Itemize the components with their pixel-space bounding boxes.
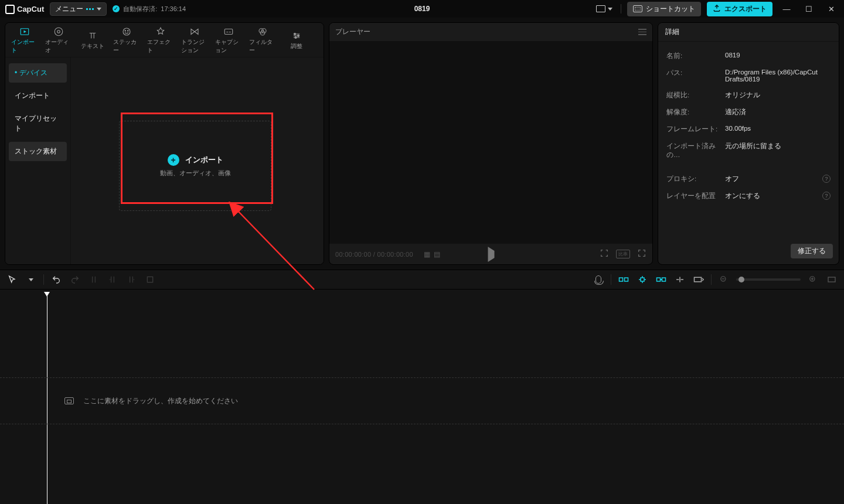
fullscreen-icon[interactable] bbox=[637, 248, 646, 260]
tab-label: エフェクト bbox=[147, 38, 174, 55]
svg-point-3 bbox=[57, 30, 60, 33]
tab-import[interactable]: インポート bbox=[8, 24, 42, 56]
shortcuts-button[interactable]: ショートカット bbox=[627, 2, 701, 16]
detail-value: D:/Program Files (x86)/CapCut Drafts/081… bbox=[725, 69, 831, 83]
tab-caption[interactable]: キャプション bbox=[212, 24, 246, 56]
window-maximize-button[interactable]: ☐ bbox=[801, 5, 817, 13]
ratio-indicator[interactable]: 比率 bbox=[616, 250, 630, 258]
shortcuts-label: ショートカット bbox=[646, 4, 695, 14]
player-time: 00:00:00:00 / 00:00:00:00 bbox=[335, 251, 413, 258]
split-tool[interactable] bbox=[87, 273, 100, 286]
chevron-down-icon bbox=[608, 8, 612, 11]
window-minimize-button[interactable]: — bbox=[778, 5, 795, 13]
snap-toggle-a[interactable] bbox=[617, 273, 630, 286]
project-title: 0819 bbox=[414, 5, 430, 13]
tab-effect[interactable]: エフェクト bbox=[144, 24, 178, 56]
help-icon[interactable]: ? bbox=[822, 175, 831, 183]
grid-a-icon[interactable]: ▦ bbox=[424, 250, 430, 258]
trim-right[interactable] bbox=[125, 273, 138, 286]
redo-button[interactable] bbox=[69, 273, 81, 286]
audio-icon bbox=[53, 26, 64, 37]
detail-row-layer[interactable]: レイヤーを配置 オンにする ? bbox=[666, 188, 831, 205]
svg-point-4 bbox=[123, 28, 130, 35]
sidetab-import[interactable]: インポート bbox=[9, 86, 67, 105]
chevron-down-icon bbox=[97, 8, 101, 11]
svg-point-2 bbox=[55, 28, 63, 36]
detail-key: インポート済みの… bbox=[666, 142, 725, 159]
tab-text[interactable]: テキスト bbox=[76, 24, 110, 56]
svg-rect-19 bbox=[662, 278, 666, 281]
details-panel: 詳細 名前: 0819 パス: D:/Program Files (x86)/C… bbox=[658, 22, 839, 265]
autosave-label: 自動保存済: bbox=[123, 5, 157, 13]
check-circle-icon: ✓ bbox=[113, 5, 120, 12]
sidetab-device[interactable]: • デバイス bbox=[9, 63, 67, 83]
aspect-icon bbox=[596, 5, 605, 12]
crop-tool[interactable] bbox=[144, 273, 156, 286]
import-icon bbox=[19, 26, 30, 37]
trim-left[interactable] bbox=[106, 273, 119, 286]
timeline-drop-track[interactable]: ここに素材をドラッグし、作成を始めてください bbox=[0, 377, 844, 424]
menu-dots-icon bbox=[86, 8, 94, 10]
align-tool[interactable] bbox=[673, 273, 686, 286]
aspect-ratio-button[interactable] bbox=[594, 4, 615, 13]
player-panel: プレーヤー 00:00:00:00 / 00:00:00:00 ▦ ▤ 比率 bbox=[329, 22, 653, 265]
tab-label: フィルター bbox=[249, 38, 276, 55]
svg-rect-18 bbox=[657, 278, 661, 281]
play-button[interactable] bbox=[488, 247, 494, 262]
sticker-icon bbox=[121, 26, 132, 37]
timeline[interactable]: ここに素材をドラッグし、作成を始めてください bbox=[0, 290, 844, 504]
detail-row-proxy[interactable]: プロキシ: オフ ? bbox=[666, 171, 831, 188]
sidetab-stock[interactable]: ストック素材 bbox=[9, 142, 67, 161]
player-options-icon[interactable] bbox=[638, 29, 646, 35]
slider-knob[interactable] bbox=[738, 277, 744, 282]
tab-audio[interactable]: オーディオ bbox=[42, 24, 76, 56]
tab-transition[interactable]: トランジション bbox=[178, 24, 212, 56]
details-title: 詳細 bbox=[665, 27, 679, 37]
scan-icon[interactable] bbox=[600, 248, 609, 260]
select-tool[interactable] bbox=[6, 273, 19, 286]
menu-button[interactable]: メニュー bbox=[50, 2, 107, 16]
detail-value: 30.00fps bbox=[725, 125, 831, 134]
tab-label: トランジション bbox=[181, 38, 208, 55]
zoom-slider[interactable] bbox=[736, 278, 801, 281]
svg-marker-1 bbox=[24, 30, 27, 33]
title-bar: CapCut メニュー ✓ 自動保存済: 17:36:14 0819 ショートカ… bbox=[0, 0, 844, 18]
tab-sticker[interactable]: ステッカー bbox=[110, 24, 144, 56]
detail-row-resolution: 解像度: 適応済 bbox=[666, 104, 831, 121]
tab-filter[interactable]: フィルター bbox=[246, 24, 280, 56]
undo-button[interactable] bbox=[50, 273, 63, 286]
svg-point-5 bbox=[125, 30, 126, 32]
select-tool-dropdown[interactable] bbox=[25, 273, 38, 286]
zoom-in[interactable] bbox=[806, 273, 819, 286]
zoom-out[interactable] bbox=[717, 273, 730, 286]
time-sep: / bbox=[371, 251, 377, 258]
svg-rect-20 bbox=[695, 277, 702, 282]
zoom-fit[interactable] bbox=[825, 273, 838, 286]
export-label: エクスポート bbox=[724, 4, 767, 14]
window-close-button[interactable]: ✕ bbox=[823, 5, 839, 13]
detail-row-fps: フレームレート: 30.00fps bbox=[666, 121, 831, 138]
tab-label: ステッカー bbox=[113, 38, 140, 55]
detail-row-name: 名前: 0819 bbox=[666, 47, 831, 64]
preview-tool[interactable] bbox=[692, 273, 705, 286]
sidetab-label: ストック素材 bbox=[15, 147, 57, 155]
record-audio-button[interactable] bbox=[592, 273, 605, 286]
effect-icon bbox=[155, 26, 166, 37]
snap-toggle-c[interactable] bbox=[655, 273, 668, 286]
detail-row-aspect: 縦横比: オリジナル bbox=[666, 87, 831, 104]
microphone-icon bbox=[595, 275, 601, 284]
export-button[interactable]: エクスポート bbox=[707, 2, 772, 16]
separator bbox=[611, 274, 611, 285]
details-header: 詳細 bbox=[658, 23, 839, 42]
help-icon[interactable]: ? bbox=[822, 192, 831, 200]
svg-point-6 bbox=[128, 30, 129, 32]
grid-b-icon[interactable]: ▤ bbox=[434, 250, 440, 258]
fix-button[interactable]: 修正する bbox=[791, 244, 833, 258]
tab-adjust[interactable]: 調整 bbox=[280, 24, 314, 56]
detail-row-path: パス: D:/Program Files (x86)/CapCut Drafts… bbox=[666, 64, 831, 87]
sidetab-mypreset[interactable]: マイプリセット bbox=[9, 109, 67, 138]
timeline-hint: ここに素材をドラッグし、作成を始めてください bbox=[83, 396, 238, 406]
snap-toggle-b[interactable] bbox=[636, 273, 649, 286]
player-viewport[interactable] bbox=[329, 42, 652, 243]
app-name: CapCut bbox=[17, 5, 44, 13]
